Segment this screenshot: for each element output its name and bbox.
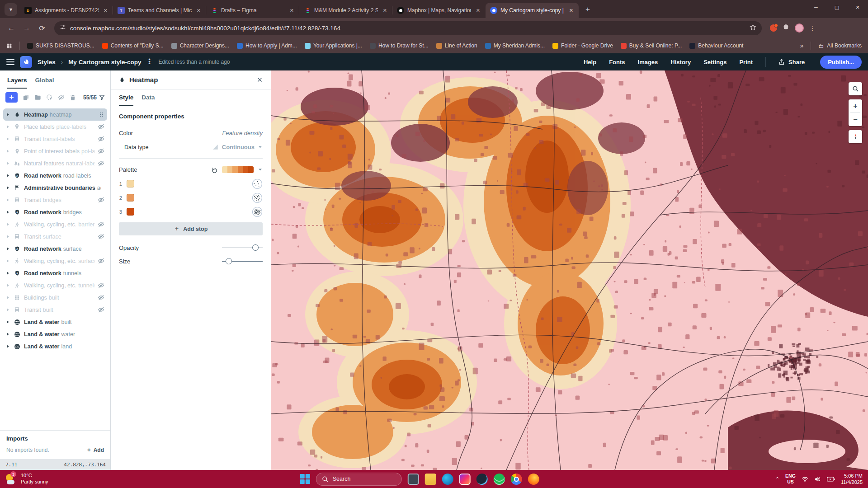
layer-row-built[interactable]: Buildingsbuilt [3, 291, 107, 304]
bookmark-star-icon[interactable] [750, 24, 756, 33]
expand-caret-icon[interactable] [6, 320, 10, 324]
expand-caret-icon[interactable] [6, 259, 10, 263]
data-type-select[interactable]: Continuous [212, 144, 263, 150]
expand-caret-icon[interactable] [6, 296, 10, 300]
extensions-puzzle-icon[interactable] [783, 24, 789, 33]
map-canvas[interactable]: + − [271, 70, 868, 470]
address-bar[interactable]: console.mapbox.com/studio/styles/sodsukh… [54, 21, 762, 35]
profile-avatar[interactable] [795, 23, 804, 33]
browser-tab[interactable]: Drafts – Figma✕ [206, 3, 299, 18]
menu-help[interactable]: Help [584, 59, 596, 66]
map-search-button[interactable] [849, 82, 862, 95]
eye-slash-icon[interactable] [98, 258, 104, 264]
eye-slash-icon[interactable] [98, 136, 104, 142]
opacity-slider-handle[interactable] [252, 244, 259, 251]
eye-slash-icon[interactable] [98, 148, 104, 155]
expand-caret-icon[interactable] [6, 235, 10, 239]
bookmark-item[interactable]: SUKI'S DISASTROUS... [27, 42, 94, 49]
bookmark-item[interactable]: How to Draw for St... [370, 42, 429, 49]
bookmark-item[interactable]: Character Designs... [171, 42, 229, 49]
layer-row-built[interactable]: Transitbuilt [3, 304, 107, 316]
eye-slash-icon[interactable] [98, 306, 104, 313]
layer-row-surface[interactable]: Walking, cycling, etc.surface [3, 255, 107, 267]
layer-row-natural-labels[interactable]: Natural featuresnatural-labels [3, 157, 107, 169]
tab-data[interactable]: Data [142, 94, 155, 106]
publish-button[interactable]: Publish... [820, 56, 862, 69]
stop-color-chip[interactable] [127, 208, 134, 216]
share-button[interactable]: Share [778, 59, 805, 66]
new-tab-button[interactable]: + [581, 3, 594, 16]
reload-button[interactable]: ⟳ [35, 21, 49, 35]
steam-app-icon[interactable] [476, 474, 488, 485]
tab-close-icon[interactable]: ✕ [381, 7, 389, 14]
tab-close-icon[interactable]: ✕ [195, 7, 203, 14]
size-slider-handle[interactable] [226, 258, 232, 264]
tray-chevron-icon[interactable]: ⌃ [775, 476, 779, 482]
stop-color-chip[interactable] [127, 180, 134, 188]
expand-caret-icon[interactable] [6, 283, 10, 287]
chevron-down-icon[interactable] [258, 167, 263, 172]
tab-global[interactable]: Global [35, 77, 54, 89]
add-import-button[interactable]: ＋ Add [86, 446, 104, 454]
all-bookmarks-button[interactable]: 🗀 All Bookmarks [818, 42, 862, 49]
toggle-visibility-icon[interactable] [58, 94, 65, 101]
expand-caret-icon[interactable] [6, 210, 10, 214]
delete-layer-icon[interactable] [70, 94, 76, 101]
menu-settings[interactable]: Settings [703, 59, 726, 66]
tab-close-icon[interactable]: ✕ [288, 7, 296, 14]
layer-row-bridges[interactable]: ARoad networkbridges [3, 206, 107, 218]
chrome-app-icon[interactable] [511, 474, 522, 485]
weather-widget[interactable]: 3 10°C Partly sunny [5, 473, 48, 485]
expand-caret-icon[interactable] [6, 344, 10, 348]
group-layers-icon[interactable] [34, 94, 41, 101]
palette-swatch[interactable] [222, 166, 254, 173]
expand-caret-icon[interactable] [6, 174, 10, 178]
edge-app-icon[interactable] [442, 474, 453, 485]
style-options-icon[interactable]: ••• [146, 59, 152, 65]
browser-tab[interactable]: DAssignments - DESN27425 Inte✕ [20, 3, 113, 18]
layer-counter[interactable]: 55/55 [83, 94, 105, 101]
layer-row-heatmap[interactable]: Heatmapheatmap [3, 108, 107, 121]
layer-row-tunnels[interactable]: Walking, cycling, etc.tunnels [3, 279, 107, 291]
maximize-button[interactable]: ▢ [826, 0, 847, 14]
bookmark-item[interactable]: Your Applications |... [305, 42, 362, 49]
menu-fonts[interactable]: Fonts [609, 59, 625, 66]
duplicate-layer-icon[interactable] [23, 94, 29, 101]
bookmark-item[interactable]: Behaviour Account [689, 42, 743, 49]
bookmark-item[interactable]: Contents of "Daily S... [102, 42, 164, 49]
instagram-app-icon[interactable] [459, 474, 471, 485]
drag-handle-icon[interactable] [99, 112, 104, 117]
wifi-icon[interactable] [802, 476, 808, 483]
breadcrumb-styles[interactable]: Styles [38, 59, 56, 66]
menu-print[interactable]: Print [739, 59, 753, 66]
browser-tab[interactable]: M&M Module 2 Activity 2 Spati✕ [299, 3, 392, 18]
expand-caret-icon[interactable] [6, 161, 10, 165]
opacity-slider[interactable] [222, 244, 263, 251]
expand-caret-icon[interactable] [6, 308, 10, 312]
minimize-button[interactable]: ─ [806, 0, 826, 14]
layer-row-bridges[interactable]: Transitbridges [3, 194, 107, 206]
layer-row-road-labels[interactable]: ARoad networkroad-labels [3, 169, 107, 182]
close-window-button[interactable]: ✕ [847, 0, 868, 14]
language-switcher[interactable]: ENGUS [785, 473, 796, 484]
compass-button[interactable] [849, 130, 862, 143]
tab-close-icon[interactable]: ✕ [102, 7, 109, 14]
select-features-icon[interactable] [46, 94, 53, 101]
expand-caret-icon[interactable] [6, 149, 10, 153]
layer-row-surface[interactable]: Transitsurface [3, 230, 107, 243]
close-panel-icon[interactable] [257, 77, 263, 83]
spotify-app-icon[interactable] [494, 474, 505, 485]
tab-style[interactable]: Style [119, 94, 133, 106]
zoom-in-button[interactable]: + [849, 99, 862, 113]
tab-close-icon[interactable]: ✕ [474, 7, 482, 14]
expand-caret-icon[interactable] [6, 186, 10, 190]
taskbar-clock[interactable]: 5:06 PM11/4/2025 [841, 473, 863, 486]
eye-slash-icon[interactable] [98, 123, 104, 130]
reset-palette-icon[interactable] [212, 167, 218, 173]
add-stop-button[interactable]: ＋ Add stop [119, 222, 263, 235]
tab-close-icon[interactable]: ✕ [567, 7, 575, 14]
expand-caret-icon[interactable] [6, 125, 10, 129]
eye-slash-icon[interactable] [98, 221, 104, 228]
expand-caret-icon[interactable] [6, 332, 10, 336]
hamburger-menu-icon[interactable] [6, 59, 14, 65]
